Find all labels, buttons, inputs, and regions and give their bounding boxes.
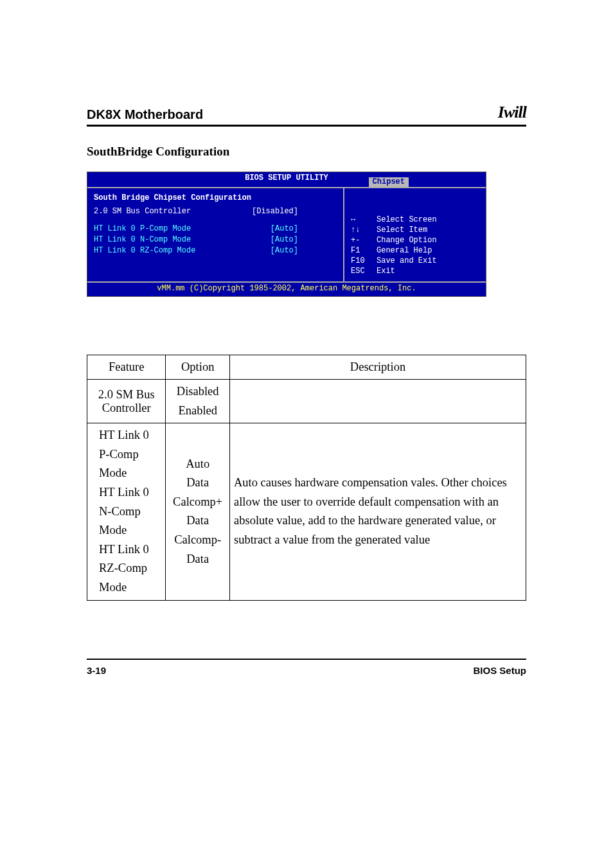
bios-item-rzcomp[interactable]: HT Link 0 RZ-Comp Mode [Auto] [94,246,337,256]
bios-item-pcomp[interactable]: HT Link 0 P-Comp Mode [Auto] [94,224,337,234]
bios-help-pane: ↔ Select Screen ↑↓ Select Item +- Change… [344,188,486,281]
section-heading: SouthBridge Configuration [87,145,526,159]
bios-help-key: +- [351,236,370,245]
bios-help-row: ↑↓ Select Item [351,226,479,235]
cell-option: DisabledEnabled [166,380,230,423]
table-header-row: Feature Option Description [87,355,526,380]
bios-header: BIOS SETUP UTILITY Chipset [87,172,486,187]
table-row: HT Link 0 P-Comp ModeHT Link 0 N-Comp Mo… [87,423,526,600]
bios-help-row: +- Change Option [351,236,479,245]
bios-section-title: South Bridge Chipset Configuration [94,193,337,203]
cell-description: Auto causes hardware compensation vales.… [229,423,526,600]
bios-item-value: [Disabled] [252,207,337,217]
page-number: 3-19 [87,665,106,676]
bios-title: BIOS SETUP UTILITY [245,173,328,183]
bios-help-key: ↑↓ [351,226,370,235]
bios-item-label: HT Link 0 N-Comp Mode [94,235,191,245]
table-row: 2.0 SM Bus Controller DisabledEnabled [87,380,526,423]
bios-item-value: [Auto] [271,224,337,234]
bios-help-key: F1 [351,246,370,256]
cell-option: AutoDataCalcomp+ DataCalcomp- Data [166,423,230,600]
bios-body: South Bridge Chipset Configuration 2.0 S… [87,187,486,281]
page: DK8X Motherboard Iwill SouthBridge Confi… [0,0,613,714]
bios-help-list: ↔ Select Screen ↑↓ Select Item +- Change… [351,215,479,276]
bios-help-row: F10 Save and Exit [351,256,479,266]
bios-help-label: Change Option [377,236,437,245]
bios-help-key: F10 [351,256,370,266]
bios-help-row: F1 General Help [351,246,479,256]
feature-table: Feature Option Description 2.0 SM Bus Co… [87,355,526,601]
bios-item-value: [Auto] [271,235,337,245]
bios-tab-chipset[interactable]: Chipset [369,177,409,187]
cell-feature: 2.0 SM Bus Controller [87,380,166,423]
bios-help-row: ESC Exit [351,267,479,276]
bios-item-sm-bus[interactable]: 2.0 SM Bus Controller [Disabled] [94,207,337,217]
bios-help-label: Select Screen [377,215,437,225]
cell-description [229,380,526,423]
th-description: Description [229,355,526,380]
bios-help-row: ↔ Select Screen [351,215,479,225]
th-feature: Feature [87,355,166,380]
bios-item-label: HT Link 0 P-Comp Mode [94,224,191,234]
bios-item-label: 2.0 SM Bus Controller [94,207,191,217]
bios-item-ncomp[interactable]: HT Link 0 N-Comp Mode [Auto] [94,235,337,245]
bios-help-key: ↔ [351,215,370,225]
bios-help-label: Select Item [377,226,427,235]
cell-feature: HT Link 0 P-Comp ModeHT Link 0 N-Comp Mo… [87,423,166,600]
page-footer: 3-19 BIOS Setup [87,659,526,676]
brand-logo: Iwill [498,103,526,122]
bios-help-label: General Help [377,246,432,256]
bios-help-key: ESC [351,267,370,276]
bios-item-label: HT Link 0 RZ-Comp Mode [94,246,195,256]
bios-screenshot: BIOS SETUP UTILITY Chipset South Bridge … [87,172,486,297]
bios-item-value: [Auto] [271,246,337,256]
bios-left-pane: South Bridge Chipset Configuration 2.0 S… [87,188,344,281]
footer-section: BIOS Setup [473,665,526,676]
product-title: DK8X Motherboard [87,107,203,122]
bios-help-label: Save and Exit [377,256,437,266]
bios-footer: vMM.mm (C)Copyright 1985-2002, American … [87,281,486,296]
bios-help-label: Exit [377,267,395,276]
page-header: DK8X Motherboard Iwill [87,103,526,127]
th-option: Option [166,355,230,380]
